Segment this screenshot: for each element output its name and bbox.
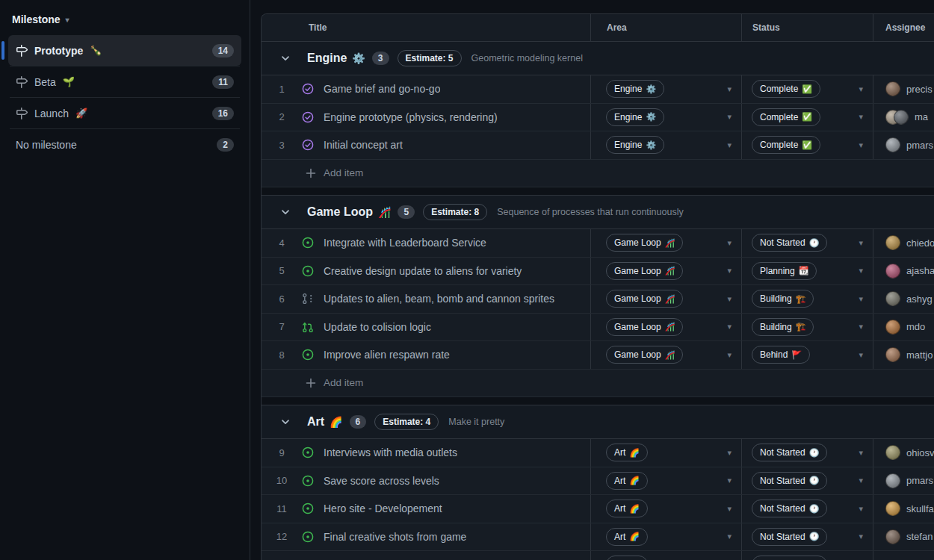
status-cell[interactable]: Behind 🚩 ▾	[741, 341, 873, 369]
chevron-down-icon[interactable]	[279, 416, 291, 428]
status-pill[interactable]: Not Started 🕐	[752, 444, 827, 461]
add-item-button[interactable]: Add item	[262, 160, 934, 188]
assignee-cell[interactable]: mattjo	[873, 341, 934, 369]
assignee-cell[interactable]: ajasha	[873, 258, 934, 285]
add-item-button[interactable]: Add item	[262, 370, 934, 398]
status-cell[interactable]: Complete ✅ ▾	[741, 104, 873, 131]
chevron-down-icon[interactable]: ▾	[859, 266, 863, 276]
chevron-down-icon[interactable]: ▾	[859, 476, 863, 485]
assignee-cell[interactable]: skullfa	[873, 495, 934, 523]
status-pill[interactable]: Not Started 🕐	[752, 472, 827, 490]
item-title-link[interactable]: Engine prototype (physics, rendering)	[324, 111, 498, 123]
item-title-link[interactable]: Save score across levels	[324, 475, 439, 487]
status-cell[interactable]: Complete ✅ ▾	[741, 75, 873, 103]
assignee-cell[interactable]: ohiosv	[873, 439, 934, 467]
area-pill[interactable]: Art 🌈	[606, 500, 648, 517]
chevron-down-icon[interactable]: ▾	[727, 266, 732, 276]
status-pill[interactable]: Planning 📆	[752, 262, 817, 280]
chevron-down-icon[interactable]: ▾	[859, 84, 863, 94]
area-pill[interactable]: Engine ⚙️	[606, 108, 664, 126]
item-title-link[interactable]: Integrate with Leaderboard Service	[324, 237, 486, 249]
area-cell[interactable]: Game Loop 🎢 ▾	[590, 285, 741, 313]
chevron-down-icon[interactable]: ▾	[727, 140, 732, 150]
area-pill[interactable]: Game Loop 🎢	[606, 290, 683, 308]
chevron-down-icon[interactable]: ▾	[859, 532, 863, 541]
area-cell[interactable]: Engine ⚙️ ▾	[590, 75, 741, 103]
status-pill[interactable]: Building 🏗️	[752, 290, 814, 308]
chevron-down-icon[interactable]: ▾	[727, 476, 732, 485]
status-pill[interactable]: Building 🏗️	[752, 318, 814, 336]
status-cell[interactable]: Not Started 🕐 ▾	[741, 467, 873, 495]
area-pill[interactable]: Engine ⚙️	[606, 136, 664, 154]
area-cell[interactable]: Art 🌈 ▾	[590, 467, 741, 495]
status-pill[interactable]: Not Started 🕐	[752, 556, 827, 560]
assignee-cell[interactable]: pmars	[873, 467, 934, 495]
status-cell[interactable]: Building 🏗️ ▾	[741, 314, 873, 341]
column-header-title[interactable]: Title	[262, 14, 590, 41]
chevron-down-icon[interactable]: ▾	[727, 84, 732, 94]
assignee-cell[interactable]	[873, 551, 934, 560]
chevron-down-icon[interactable]: ▾	[859, 504, 863, 514]
chevron-down-icon[interactable]: ▾	[727, 532, 732, 541]
chevron-down-icon[interactable]: ▾	[859, 112, 863, 122]
status-cell[interactable]: Not Started 🕐 ▾	[741, 523, 873, 551]
area-pill[interactable]: Game Loop 🎢	[606, 262, 683, 280]
area-cell[interactable]: Art 🌈 ▾	[590, 495, 741, 523]
area-pill[interactable]: Art 🌈	[606, 556, 648, 560]
status-pill[interactable]: Complete ✅	[752, 80, 820, 98]
chevron-down-icon[interactable]: ▾	[859, 294, 863, 304]
status-cell[interactable]: Not Started 🕐 ▾	[741, 229, 873, 257]
chevron-down-icon[interactable]: ▾	[727, 350, 732, 360]
area-cell[interactable]: Art 🌈 ▾	[590, 439, 741, 467]
chevron-down-icon[interactable]: ▾	[727, 322, 732, 332]
column-header-area[interactable]: Area	[590, 14, 741, 41]
chevron-down-icon[interactable]: ▾	[859, 448, 863, 458]
area-cell[interactable]: Engine ⚙️ ▾	[590, 131, 741, 159]
chevron-down-icon[interactable]: ▾	[859, 140, 863, 150]
chevron-down-icon[interactable]: ▾	[727, 294, 732, 304]
status-pill[interactable]: Complete ✅	[752, 108, 820, 126]
area-cell[interactable]: Art 🌈 ▾	[590, 523, 741, 551]
chevron-down-icon[interactable]: ▾	[727, 448, 732, 458]
chevron-down-icon[interactable]: ▾	[859, 350, 863, 360]
chevron-down-icon[interactable]: ▾	[859, 322, 863, 332]
status-cell[interactable]: Planning 📆 ▾	[741, 258, 873, 285]
chevron-down-icon[interactable]: ▾	[727, 238, 732, 248]
status-pill[interactable]: Complete ✅	[752, 136, 820, 154]
sidebar-milestone-item[interactable]: Beta 🌱 11	[8, 66, 241, 97]
assignee-cell[interactable]: chiedo	[873, 229, 934, 257]
area-pill[interactable]: Game Loop 🎢	[606, 318, 683, 336]
area-cell[interactable]: Game Loop 🎢 ▾	[590, 341, 741, 369]
column-header-assignee[interactable]: Assignee	[873, 14, 934, 41]
chevron-down-icon[interactable]: ▾	[727, 504, 732, 514]
item-title-link[interactable]: Updates to alien, beam, bomb and cannon …	[324, 293, 554, 305]
status-cell[interactable]: Not Started 🕐 ▾	[741, 551, 873, 560]
chevron-down-icon[interactable]: ▾	[727, 112, 732, 122]
status-cell[interactable]: Not Started 🕐 ▾	[741, 439, 873, 467]
assignee-cell[interactable]: mdo	[873, 314, 934, 341]
assignee-cell[interactable]: ma	[873, 104, 934, 131]
sidebar-milestone-item[interactable]: Launch 🚀 16	[8, 98, 241, 128]
assignee-cell[interactable]: pmars	[873, 131, 934, 159]
area-cell[interactable]: Game Loop 🎢 ▾	[590, 314, 741, 341]
status-cell[interactable]: Complete ✅ ▾	[741, 131, 873, 159]
item-title-link[interactable]: Improve alien respawn rate	[324, 349, 450, 361]
status-cell[interactable]: Building 🏗️ ▾	[741, 285, 873, 313]
column-header-status[interactable]: Status	[741, 14, 873, 41]
assignee-cell[interactable]: ashyg	[873, 285, 934, 313]
item-title-link[interactable]: Creative design update to aliens for var…	[324, 265, 522, 277]
area-pill[interactable]: Art 🌈	[606, 444, 648, 461]
area-pill[interactable]: Art 🌈	[606, 528, 648, 546]
area-cell[interactable]: Engine ⚙️ ▾	[590, 104, 741, 131]
area-pill[interactable]: Game Loop 🎢	[606, 234, 683, 252]
item-title-link[interactable]: Update to colision logic	[324, 321, 431, 333]
item-title-link[interactable]: Initial concept art	[324, 139, 403, 151]
area-pill[interactable]: Art 🌈	[606, 472, 648, 490]
area-cell[interactable]: Game Loop 🎢 ▾	[590, 229, 741, 257]
area-cell[interactable]: Art 🌈 ▾	[590, 551, 741, 560]
item-title-link[interactable]: Final creative shots from game	[324, 531, 466, 543]
item-title-link[interactable]: Game brief and go-no-go	[324, 83, 440, 95]
milestone-filter-dropdown[interactable]: Milestone ▾	[12, 13, 69, 25]
item-title-link[interactable]: Hero site - Developement	[324, 503, 442, 514]
status-pill[interactable]: Behind 🚩	[752, 346, 810, 364]
